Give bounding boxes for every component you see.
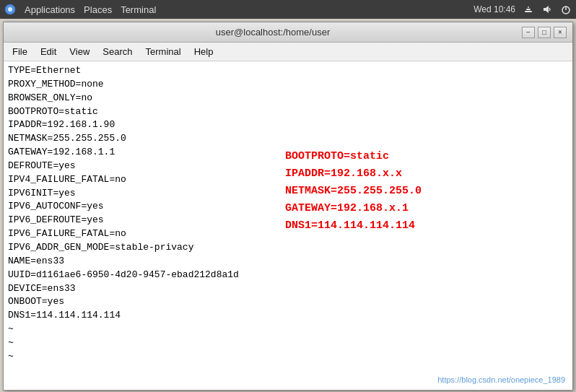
terminal-content[interactable]: TYPE=Ethernet PROXY_METHOD=none BROWSER_…	[4, 61, 572, 390]
watermark: https://blog.csdn.net/onepiece_1989	[437, 375, 565, 384]
menu-file[interactable]: File	[6, 45, 33, 58]
menu-view[interactable]: View	[64, 45, 95, 58]
svg-rect-3	[526, 9, 531, 10]
datetime-display: Wed 10:46	[474, 4, 515, 14]
annotation-line3: NETMASK=255.255.255.0	[285, 183, 422, 200]
annotation-line1: BOOTPROTO=static	[285, 148, 422, 165]
title-bar: user@localhost:/home/user − □ ×	[4, 22, 572, 43]
power-icon[interactable]	[560, 4, 572, 15]
system-bar: Applications Places Terminal Wed 10:46	[0, 0, 576, 19]
applications-menu[interactable]: Applications	[25, 4, 75, 15]
annotation-line2: IPADDR=192.168.x.x	[285, 165, 422, 183]
minimize-button[interactable]: −	[522, 27, 535, 38]
annotation-line5: DNS1=114.114.114.114	[285, 217, 422, 235]
terminal-menu-top[interactable]: Terminal	[121, 4, 156, 15]
places-menu[interactable]: Places	[84, 4, 112, 15]
menu-terminal[interactable]: Terminal	[140, 45, 187, 58]
window-controls: − □ ×	[522, 27, 567, 38]
svg-point-1	[8, 7, 12, 12]
window-title: user@localhost:/home/user	[24, 27, 522, 38]
svg-rect-4	[528, 6, 529, 8]
menu-search[interactable]: Search	[97, 45, 138, 58]
system-bar-right: Wed 10:46	[474, 4, 572, 15]
terminal-window: user@localhost:/home/user − □ × File Edi…	[3, 22, 573, 391]
svg-rect-2	[525, 11, 532, 12]
menu-edit[interactable]: Edit	[35, 45, 62, 58]
system-bar-left: Applications Places Terminal	[4, 4, 156, 15]
close-button[interactable]: ×	[554, 27, 567, 38]
maximize-button[interactable]: □	[538, 27, 551, 38]
volume-icon	[541, 4, 553, 15]
network-icon	[523, 4, 534, 15]
menu-bar: File Edit View Search Terminal Help	[4, 43, 572, 61]
svg-marker-5	[544, 6, 549, 13]
menu-help[interactable]: Help	[188, 45, 219, 58]
annotation-line4: GATEWAY=192.168.x.1	[285, 200, 422, 217]
annotation-block: BOOTPROTO=static IPADDR=192.168.x.x NETM…	[285, 148, 422, 235]
os-logo-icon	[4, 4, 16, 15]
